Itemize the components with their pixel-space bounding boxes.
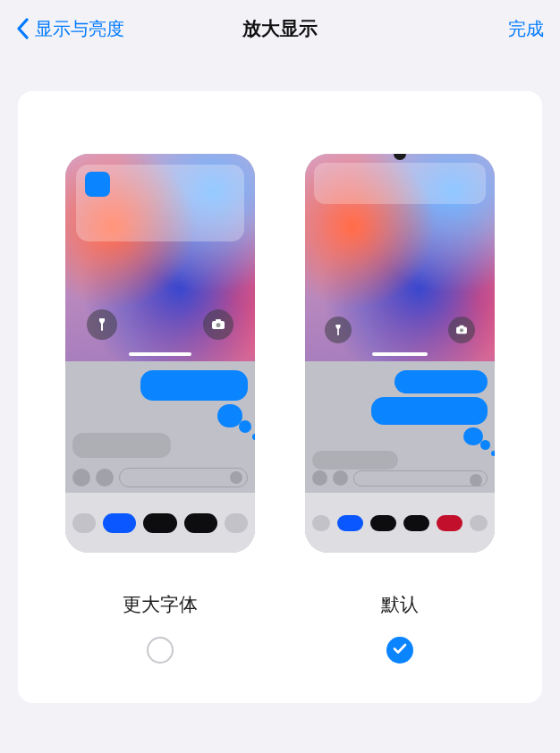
preview-default — [305, 154, 495, 553]
camera-icon — [448, 317, 475, 343]
page-title: 放大显示 — [242, 16, 318, 41]
apps-icon — [333, 470, 348, 486]
done-button[interactable]: 完成 — [508, 17, 544, 41]
svg-rect-4 — [459, 326, 463, 328]
widget-preview — [314, 163, 486, 204]
radio-default[interactable] — [386, 637, 413, 664]
svg-point-2 — [216, 323, 221, 327]
svg-point-5 — [460, 329, 463, 333]
option-label-default: 默认 — [381, 592, 419, 617]
chevron-left-icon — [16, 18, 30, 39]
svg-rect-1 — [216, 319, 221, 322]
camera-icon — [312, 470, 327, 486]
option-label-larger: 更大字体 — [123, 592, 198, 617]
camera-icon — [203, 309, 233, 340]
back-label: 显示与亮度 — [35, 17, 124, 41]
text-input-preview — [119, 468, 248, 487]
options-card: 更大字体 — [18, 91, 542, 703]
back-button[interactable]: 显示与亮度 — [16, 17, 124, 41]
app-icon — [85, 172, 110, 197]
radio-larger[interactable] — [147, 637, 174, 664]
preview-larger — [65, 154, 255, 553]
apps-icon — [96, 469, 114, 486]
text-input-preview — [353, 470, 488, 486]
check-icon — [393, 642, 407, 658]
nav-bar: 显示与亮度 放大显示 完成 — [0, 0, 560, 57]
flashlight-icon — [87, 309, 117, 340]
camera-icon — [72, 469, 90, 486]
flashlight-icon — [325, 317, 352, 343]
option-default[interactable]: 默认 — [305, 154, 495, 664]
option-larger-text[interactable]: 更大字体 — [65, 154, 255, 664]
